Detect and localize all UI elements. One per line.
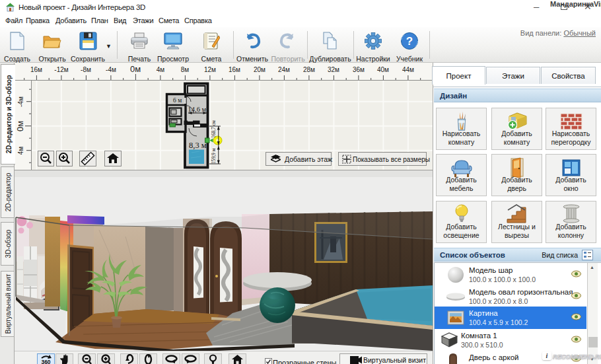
svg-text:168,7 см: 168,7 см <box>211 120 217 138</box>
svg-text:6 м: 6 м <box>173 97 182 104</box>
svg-text:360: 360 <box>41 359 50 364</box>
svg-text:8,3 м: 8,3 м <box>189 141 207 150</box>
svg-text:14,6 м²: 14,6 м² <box>188 106 209 113</box>
svg-text:159,9 м: 159,9 м <box>211 148 217 164</box>
svg-text:?: ? <box>406 35 413 48</box>
